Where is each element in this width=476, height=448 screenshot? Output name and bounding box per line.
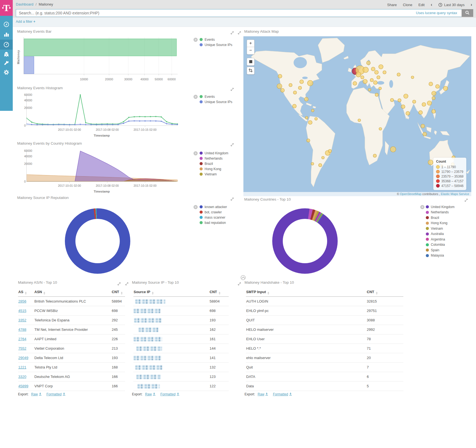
legend-toggle-icon[interactable]: > [194,38,198,42]
time-picker[interactable]: Last 30 days [438,3,465,7]
table-row[interactable]: 1221Telstra Pty Ltd168 [18,363,125,372]
search-input[interactable] [16,9,473,17]
legend-item[interactable]: Spain [426,247,454,253]
lucene-syntax-link[interactable]: Uses lucene query syntax [414,11,457,15]
legend-item[interactable]: Hong Kong [200,166,228,171]
legend-item[interactable]: Brazil [426,215,454,221]
export-raw-link[interactable]: Raw [258,392,264,396]
sidebar-item-dashboard[interactable] [0,40,13,49]
table-row[interactable]: 2764AAPT Limited226 [18,334,125,344]
legend-item[interactable]: Colombia [426,242,454,248]
expand-icon[interactable] [465,198,468,203]
export-raw-link[interactable]: Raw [145,392,152,396]
legend-item[interactable]: Vietnam [200,171,228,177]
as-link[interactable]: 7552 [18,346,26,350]
as-link[interactable]: 29049 [18,356,28,360]
table-row[interactable]: 3352Telefonica De Espana292 [18,316,125,325]
table-row[interactable]: 141 [133,353,229,363]
table-row[interactable]: 2856British Telecommunications PLC58894 [18,297,125,306]
table-row[interactable]: Quit7 [246,363,403,372]
export-formatted-link[interactable]: Formatted [46,392,62,396]
legend-item[interactable]: Malaysia [426,253,454,258]
sort-icon[interactable] [152,292,154,295]
legend-item[interactable]: Vietnam [426,226,454,231]
legend-item[interactable]: Brazil [200,161,228,166]
country-histogram-chart[interactable] [26,150,180,183]
sidebar-item-devtools[interactable] [0,58,13,67]
events-histogram-chart[interactable] [26,94,180,127]
table-row[interactable]: QUIT3088 [246,316,403,325]
column-header-cnt[interactable]: CNT [366,288,403,297]
legend-toggle-icon[interactable]: > [194,95,198,99]
legend-item[interactable]: mass scanner [200,215,227,220]
table-row[interactable]: 58804 [133,297,229,306]
expand-icon[interactable] [118,281,121,286]
column-header-cnt[interactable]: CNT [111,288,125,297]
table-row[interactable]: DATA6 [246,372,403,382]
as-link[interactable]: 4515 [18,309,26,313]
collapse-up-icon[interactable] [241,275,246,280]
sidebar-item-visualize[interactable] [0,30,13,39]
legend-item[interactable]: Argentina [426,237,454,242]
map-draw-button[interactable] [247,67,254,75]
table-row[interactable]: 698 [133,306,229,316]
column-header-cnt[interactable]: CNT [209,288,229,297]
expand-icon[interactable] [231,87,234,92]
as-link[interactable]: 45899 [18,384,28,388]
as-link[interactable]: 1221 [18,365,26,369]
events-bar-chart[interactable] [24,37,182,76]
sort-icon[interactable] [44,292,45,295]
table-row[interactable]: 132 [133,363,229,372]
table-row[interactable]: 122 [133,382,229,391]
sidebar-item-management[interactable] [0,68,13,77]
legend-item[interactable]: Unique Source IPs [200,42,232,47]
table-row[interactable]: 7552Viettel Corporation213 [18,344,125,353]
sidebar-item-timelion[interactable] [0,50,13,59]
expand-icon[interactable] [125,281,128,286]
table-row[interactable]: Data5 [246,382,403,391]
time-next-button[interactable]: › [471,2,472,7]
expand-icon[interactable] [231,30,234,35]
table-row[interactable]: 123 [133,372,229,382]
search-button[interactable] [462,9,473,17]
as-link[interactable]: 3352 [18,318,26,322]
as-link[interactable]: 4788 [18,327,26,332]
table-row[interactable]: EHLO User78 [246,334,403,344]
sort-icon[interactable] [121,292,123,295]
column-header-source-ip[interactable]: Source IP [133,288,209,297]
breadcrumb-dashboard-link[interactable]: Dashboard [16,2,34,6]
table-row[interactable]: 162 [133,325,229,334]
legend-item[interactable]: United Kingdom [200,150,228,156]
legend-toggle-icon[interactable]: > [194,205,198,209]
legend-toggle-icon[interactable]: > [194,151,198,155]
export-formatted-link[interactable]: Formatted [273,392,288,396]
share-button[interactable]: Share [387,3,397,7]
table-row[interactable]: 3320Deutsche Telekom AG166 [18,372,125,382]
sort-icon[interactable] [268,292,269,295]
attack-map[interactable]: + − Count 1 – 1179011790 – 2357923579 – … [243,36,471,196]
legend-item[interactable]: Unique Source IPs [200,99,232,104]
map-fit-button[interactable] [247,58,254,66]
osm-link[interactable]: OpenStreetMap [400,192,422,196]
map-zoom-in-button[interactable]: + [247,40,254,47]
table-row[interactable]: 4515PCCW IMSBiz698 [18,306,125,316]
edit-button[interactable]: Edit [418,3,424,7]
reputation-donut[interactable] [65,208,130,274]
table-row[interactable]: HELO *.*71 [246,344,403,353]
add-filter[interactable]: Add a filter + [16,20,35,24]
map-zoom-out-button[interactable]: − [247,47,254,55]
table-row[interactable]: 161 [133,334,229,344]
legend-item[interactable]: Netherlands [426,210,454,215]
table-row[interactable]: 45899VNPT Corp166 [18,382,125,391]
as-link[interactable]: 2856 [18,299,26,303]
as-link[interactable]: 3320 [18,375,26,379]
table-row[interactable]: 29049Delta Telecom Ltd193 [18,353,125,363]
legend-item[interactable]: Netherlands [200,156,228,161]
table-row[interactable]: AUTH LOGIN32815 [246,297,403,306]
export-raw-link[interactable]: Raw [31,392,38,396]
column-header-asn[interactable]: ASN [34,288,111,297]
legend-item[interactable]: known attacker [200,204,227,209]
legend-item[interactable]: Events [200,94,232,99]
column-header-as[interactable]: AS [18,288,34,297]
column-header-smtp-input[interactable]: SMTP Input [246,288,366,297]
